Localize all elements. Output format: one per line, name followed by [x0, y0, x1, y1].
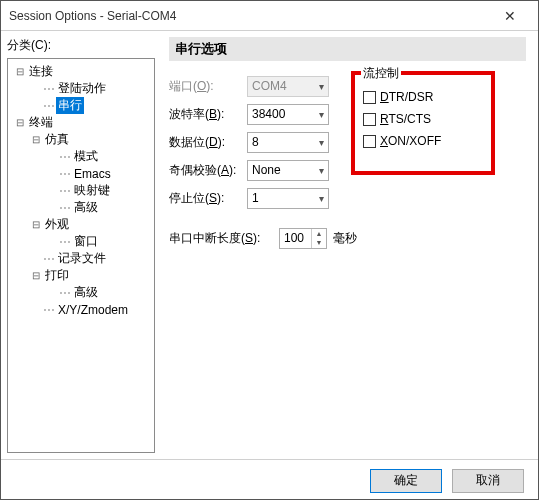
chevron-down-icon[interactable]: ▾	[319, 165, 324, 176]
tree-item[interactable]: ⋯串行	[10, 97, 152, 114]
tree-expander-icon[interactable]: ⊟	[30, 219, 41, 230]
tree-connector: ⋯	[59, 286, 72, 300]
tree-connector: ⋯	[43, 82, 56, 96]
tree-item[interactable]: ⋯记录文件	[10, 250, 152, 267]
tree-item[interactable]: ⊟终端	[10, 114, 152, 131]
left-panel: 分类(C): ⊟连接⋯登陆动作⋯串行⊟终端⊟仿真⋯模式⋯Emacs⋯映射键⋯高级…	[1, 31, 161, 459]
tree-item-label: X/Y/Zmodem	[56, 303, 130, 317]
baud-label: 波特率(B):	[169, 106, 247, 123]
checkbox-box[interactable]	[363, 113, 376, 126]
tree-item-label: 仿真	[43, 131, 71, 148]
flow-checkbox[interactable]: XON/XOFF	[363, 130, 483, 152]
tree-item[interactable]: ⋯映射键	[10, 182, 152, 199]
tree-item[interactable]: ⋯X/Y/Zmodem	[10, 301, 152, 318]
category-tree[interactable]: ⊟连接⋯登陆动作⋯串行⊟终端⊟仿真⋯模式⋯Emacs⋯映射键⋯高级⊟外观⋯窗口⋯…	[7, 58, 155, 453]
flow-checkbox[interactable]: RTS/CTS	[363, 108, 483, 130]
stopbits-label: 停止位(S):	[169, 190, 247, 207]
tree-item-label: 高级	[72, 284, 100, 301]
chevron-down-icon[interactable]: ▾	[319, 137, 324, 148]
checkbox-label: DTR/DSR	[380, 90, 433, 104]
tree-item[interactable]: ⋯Emacs	[10, 165, 152, 182]
tree-item[interactable]: ⊟连接	[10, 63, 152, 80]
tree-item[interactable]: ⊟外观	[10, 216, 152, 233]
tree-connector: ⋯	[59, 235, 72, 249]
parity-combo[interactable]: None ▾	[247, 160, 329, 181]
tree-connector: ⋯	[43, 303, 56, 317]
tree-item[interactable]: ⋯高级	[10, 199, 152, 216]
tree-connector: ⋯	[59, 201, 72, 215]
tree-item-label: 记录文件	[56, 250, 108, 267]
tree-item-label: 登陆动作	[56, 80, 108, 97]
databits-label: 数据位(D):	[169, 134, 247, 151]
databits-combo[interactable]: 8 ▾	[247, 132, 329, 153]
section-title: 串行选项	[169, 37, 526, 61]
footer: 确定 取消	[1, 459, 538, 500]
chevron-down-icon: ▾	[319, 81, 324, 92]
tree-connector: ⋯	[43, 99, 56, 113]
checkbox-box[interactable]	[363, 91, 376, 104]
tree-item[interactable]: ⊟仿真	[10, 131, 152, 148]
window-title: Session Options - Serial-COM4	[9, 9, 490, 23]
tree-item-label: 映射键	[72, 182, 112, 199]
tree-item-label: Emacs	[72, 167, 113, 181]
tree-item[interactable]: ⊟打印	[10, 267, 152, 284]
ok-button[interactable]: 确定	[370, 469, 442, 493]
tree-item-label: 终端	[27, 114, 55, 131]
tree-connector: ⋯	[59, 150, 72, 164]
tree-item-label: 模式	[72, 148, 100, 165]
tree-item-label: 连接	[27, 63, 55, 80]
spinner-down-icon[interactable]: ▼	[312, 238, 326, 248]
tree-item-label: 串行	[56, 97, 84, 114]
row-break: 串口中断长度(S): 100 ▲ ▼ 毫秒	[169, 225, 526, 251]
tree-connector: ⋯	[43, 252, 56, 266]
tree-item[interactable]: ⋯窗口	[10, 233, 152, 250]
break-unit: 毫秒	[333, 230, 357, 247]
flow-control-groupbox: 流控制 DTR/DSRRTS/CTSXON/XOFF	[351, 71, 495, 175]
flow-control-legend: 流控制	[361, 65, 401, 79]
tree-expander-icon[interactable]: ⊟	[30, 134, 41, 145]
spinner-up-icon[interactable]: ▲	[312, 229, 326, 239]
right-panel: 串行选项 流控制 DTR/DSRRTS/CTSXON/XOFF 端口(O): C…	[161, 31, 538, 459]
tree-item-label: 外观	[43, 216, 71, 233]
tree-item[interactable]: ⋯高级	[10, 284, 152, 301]
chevron-down-icon[interactable]: ▾	[319, 109, 324, 120]
tree-expander-icon[interactable]: ⊟	[30, 270, 41, 281]
checkbox-label: RTS/CTS	[380, 112, 431, 126]
tree-item-label: 高级	[72, 199, 100, 216]
baud-combo[interactable]: 38400 ▾	[247, 104, 329, 125]
tree-item-label: 打印	[43, 267, 71, 284]
break-label: 串口中断长度(S):	[169, 230, 279, 247]
serial-form: 流控制 DTR/DSRRTS/CTSXON/XOFF 端口(O): COM4 ▾…	[169, 73, 526, 251]
stopbits-combo[interactable]: 1 ▾	[247, 188, 329, 209]
checkbox-box[interactable]	[363, 135, 376, 148]
port-label: 端口(O):	[169, 78, 247, 95]
tree-expander-icon[interactable]: ⊟	[14, 117, 25, 128]
break-spinner[interactable]: 100 ▲ ▼	[279, 228, 327, 249]
tree-item-label: 窗口	[72, 233, 100, 250]
port-combo: COM4 ▾	[247, 76, 329, 97]
close-icon[interactable]: ✕	[490, 2, 530, 30]
parity-label: 奇偶校验(A):	[169, 162, 247, 179]
tree-item[interactable]: ⋯登陆动作	[10, 80, 152, 97]
cancel-button[interactable]: 取消	[452, 469, 524, 493]
tree-connector: ⋯	[59, 184, 72, 198]
tree-item[interactable]: ⋯模式	[10, 148, 152, 165]
category-label: 分类(C):	[7, 37, 155, 54]
chevron-down-icon[interactable]: ▾	[319, 193, 324, 204]
flow-checkbox[interactable]: DTR/DSR	[363, 86, 483, 108]
checkbox-label: XON/XOFF	[380, 134, 441, 148]
tree-connector: ⋯	[59, 167, 72, 181]
tree-expander-icon[interactable]: ⊟	[14, 66, 25, 77]
titlebar: Session Options - Serial-COM4 ✕	[1, 1, 538, 31]
row-stopbits: 停止位(S): 1 ▾	[169, 185, 526, 211]
